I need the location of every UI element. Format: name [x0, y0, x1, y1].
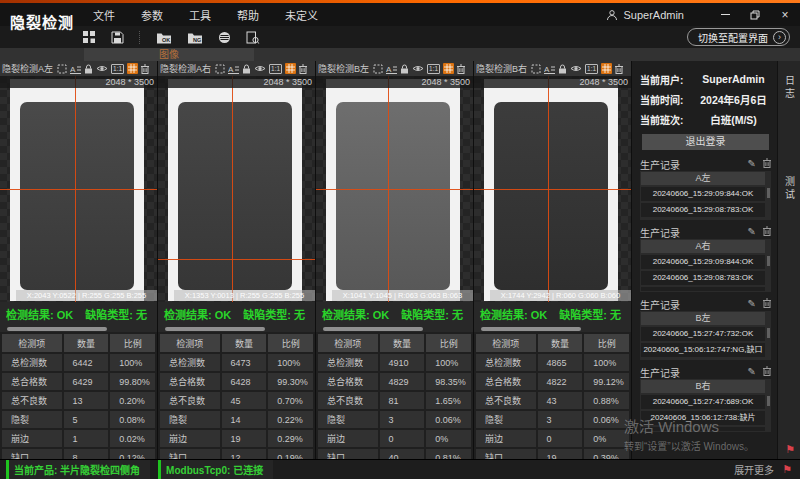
- menu-tools[interactable]: 工具: [176, 4, 224, 26]
- stats-table: 检测项 数量 比例 总检测数4910100%总合格数482998.35%总不良数…: [316, 332, 473, 459]
- lock-button[interactable]: [84, 64, 93, 74]
- zoom-1to1-button[interactable]: 1:1: [269, 64, 282, 74]
- marquee-select-button[interactable]: [373, 64, 383, 74]
- zoom-1to1-button[interactable]: 1:1: [111, 64, 124, 74]
- record-item[interactable]: 20240606_15:29:08:783:OK: [641, 271, 765, 285]
- grid-overlay-button[interactable]: [285, 63, 296, 74]
- result-bar: 检测结果: OK 缺陷类型: 无: [0, 302, 157, 326]
- record-item[interactable]: 20240606_15:27:47:732:OK: [641, 327, 765, 341]
- marquee-select-button[interactable]: [215, 64, 225, 74]
- close-button[interactable]: ×: [770, 3, 800, 26]
- image-panel: 隐裂检测B左 A 1:1: [316, 61, 474, 459]
- lock-icon: [558, 64, 567, 74]
- horizontal-scrollbar[interactable]: [474, 326, 631, 332]
- expand-more-button[interactable]: 展开更多: [734, 462, 774, 477]
- marquee-select-button[interactable]: [531, 64, 541, 74]
- grid-overlay-button[interactable]: [443, 63, 454, 74]
- table-cell: 总合格数: [476, 373, 536, 390]
- record-item[interactable]: 20240606_15:29:09:844:OK: [641, 187, 765, 201]
- menu-undefined[interactable]: 未定义: [272, 4, 331, 26]
- record-item[interactable]: 20240606_15:29:08:783:OK: [641, 203, 765, 217]
- delete-records-button[interactable]: [763, 366, 771, 378]
- menu-help[interactable]: 帮助: [224, 4, 272, 26]
- table-cell: 19: [222, 430, 267, 447]
- layout-tiles-button[interactable]: [82, 30, 96, 44]
- image-viewport[interactable]: 2048 * 3500 X:1744 Y:2942 | R:060 G:060 …: [474, 76, 631, 302]
- restore-button[interactable]: [740, 3, 770, 26]
- grid-overlay-button[interactable]: [127, 63, 138, 74]
- table-cell: 5: [64, 411, 109, 428]
- table-cell: 总检测数: [2, 354, 62, 371]
- annotation-button[interactable]: A: [228, 64, 239, 74]
- delete-records-button[interactable]: [763, 226, 771, 238]
- tab-image[interactable]: 图像: [84, 48, 254, 61]
- switch-to-config-button[interactable]: 切换至配置界面 ›: [687, 28, 790, 46]
- visibility-button[interactable]: [570, 64, 582, 73]
- visibility-button[interactable]: [96, 64, 108, 73]
- image-viewport[interactable]: 2048 * 3500 X:1041 Y:1045 | R:063 G:063 …: [316, 76, 473, 302]
- current-user[interactable]: SuperAdmin: [606, 9, 684, 21]
- vertical-scrollbar-thumb[interactable]: [767, 396, 770, 406]
- lock-button[interactable]: [242, 64, 251, 74]
- menu-file[interactable]: 文件: [80, 4, 128, 26]
- flag-icon[interactable]: ⚑: [782, 464, 792, 475]
- record-item[interactable]: 20240606_15:27:47:689:OK: [641, 395, 765, 409]
- vertical-scrollbar-thumb[interactable]: [767, 256, 770, 266]
- table-cell: 0.19%: [268, 449, 313, 459]
- clear-image-button[interactable]: [457, 64, 465, 74]
- edit-records-button[interactable]: ✎: [748, 159, 756, 169]
- vertical-scrollbar-thumb[interactable]: [767, 328, 770, 338]
- flag-icon[interactable]: ⚑: [785, 444, 795, 455]
- search-report-button[interactable]: [246, 31, 260, 44]
- table-row: 崩边190.29%: [160, 430, 313, 447]
- logout-button[interactable]: 退出登录: [642, 134, 769, 150]
- lock-button[interactable]: [558, 64, 567, 74]
- open-ng-folder-button[interactable]: NG: [187, 31, 203, 44]
- scrollbar-thumb[interactable]: [7, 327, 107, 331]
- delete-records-button[interactable]: [763, 158, 771, 170]
- tab-log[interactable]: 日志: [782, 75, 797, 101]
- clear-image-button[interactable]: [141, 64, 149, 74]
- image-viewport[interactable]: 2048 * 3500 X:2043 Y:0522 | R:255 G:255 …: [0, 76, 157, 302]
- table-cell: 81: [380, 392, 425, 409]
- grid-overlay-button[interactable]: [601, 63, 612, 74]
- clear-image-button[interactable]: [615, 64, 623, 74]
- zoom-1to1-button[interactable]: 1:1: [427, 64, 440, 74]
- clear-image-button[interactable]: [299, 64, 307, 74]
- visibility-button[interactable]: [254, 64, 266, 73]
- horizontal-scrollbar[interactable]: [0, 326, 157, 332]
- horizontal-scrollbar[interactable]: [316, 326, 473, 332]
- edit-records-button[interactable]: ✎: [748, 367, 756, 377]
- open-ok-folder-button[interactable]: OK: [156, 31, 172, 44]
- annotation-button[interactable]: A: [70, 64, 81, 74]
- record-item[interactable]: 20240606_15:06:12:738:缺片: [641, 411, 765, 425]
- menu-params[interactable]: 参数: [128, 4, 176, 26]
- visibility-button[interactable]: [412, 64, 424, 73]
- annotation-button[interactable]: A: [386, 64, 397, 74]
- section-header: 生产记录 ✎: [640, 365, 771, 379]
- record-item[interactable]: 20240606_15:06:12:747:NG,缺口: [641, 343, 765, 357]
- scrollbar-thumb[interactable]: [481, 327, 581, 331]
- scrollbar-thumb[interactable]: [323, 327, 423, 331]
- tab-test[interactable]: 测试: [782, 176, 797, 202]
- col-header-count: 数量: [380, 334, 425, 352]
- cell-image: [336, 102, 450, 290]
- edit-records-button[interactable]: ✎: [748, 227, 756, 237]
- image-viewport[interactable]: 2048 * 3500 X:1353 Y:0013 | R:255 G:255 …: [158, 76, 315, 302]
- horizontal-scrollbar[interactable]: [158, 326, 315, 332]
- table-cell: 0%: [584, 430, 629, 447]
- minimize-button[interactable]: [710, 3, 740, 26]
- annotation-button[interactable]: A: [544, 64, 555, 74]
- current-time-row: 当前时间: 2024年6月6日: [640, 89, 771, 109]
- record-item[interactable]: 20240606_15:29:09:844:OK: [641, 255, 765, 269]
- vertical-scrollbar-thumb[interactable]: [767, 188, 770, 198]
- edit-records-button[interactable]: ✎: [748, 299, 756, 309]
- save-button[interactable]: [111, 31, 124, 44]
- database-button[interactable]: [218, 31, 231, 44]
- marquee-select-button[interactable]: [57, 64, 67, 74]
- image-panel: 隐裂检测A左 A 1:1: [0, 61, 158, 459]
- scrollbar-thumb[interactable]: [165, 327, 265, 331]
- delete-records-button[interactable]: [763, 298, 771, 310]
- lock-button[interactable]: [400, 64, 409, 74]
- zoom-1to1-button[interactable]: 1:1: [585, 64, 598, 74]
